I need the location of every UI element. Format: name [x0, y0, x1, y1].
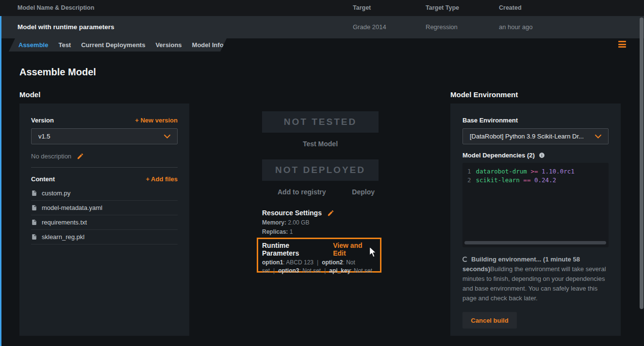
file-row[interactable]: requirements.txt: [31, 215, 178, 230]
param-separator: |: [317, 259, 318, 266]
runtime-param-option3: option3: Not set: [278, 267, 321, 274]
file-row[interactable]: custom.py: [31, 186, 178, 201]
tab-model-info[interactable]: Model Info: [192, 41, 224, 49]
chevron-down-icon: [595, 135, 601, 138]
environment-section-heading: Model Environment: [450, 90, 518, 99]
content-label: Content: [31, 175, 55, 183]
file-icon: [31, 219, 37, 225]
tab-test[interactable]: Test: [58, 41, 71, 49]
not-tested-badge: NOT TESTED: [262, 111, 379, 133]
model-row[interactable]: Model with runtime parameters Grade 2014…: [0, 16, 644, 38]
hamburger-menu-icon[interactable]: [618, 41, 626, 48]
model-target-value: Grade 2014: [353, 16, 386, 38]
replicas-line: Replicas: 1: [262, 228, 383, 235]
memory-value: 2.00 GB: [288, 219, 309, 226]
tab-assemble[interactable]: Assemble: [18, 41, 48, 49]
edit-resource-settings-icon[interactable]: [327, 209, 334, 217]
view-and-edit-link[interactable]: View and Edit: [333, 242, 376, 257]
column-target-type: Target Type: [426, 0, 459, 16]
memory-label: Memory:: [262, 219, 286, 226]
test-model-button[interactable]: Test Model: [262, 140, 379, 148]
spinner-icon: [462, 257, 468, 262]
param-separator: |: [273, 267, 275, 274]
new-version-button[interactable]: + New version: [135, 117, 178, 124]
file-icon: [31, 234, 37, 240]
version-select-value: v1.5: [38, 133, 50, 140]
chevron-down-icon: [164, 135, 170, 138]
replicas-label: Replicas:: [262, 228, 288, 235]
column-model-name: Model Name & Description: [17, 0, 94, 16]
tab-versions[interactable]: Versions: [155, 41, 182, 49]
file-row[interactable]: sklearn_reg.pkl: [31, 230, 178, 244]
no-description-text: No description: [31, 153, 71, 160]
base-environment-select[interactable]: [DataRobot] Python 3.9 Scikit-Learn Dr..…: [462, 128, 609, 144]
add-files-button[interactable]: + Add files: [146, 175, 178, 183]
model-created-value: an hour ago: [499, 16, 532, 38]
cancel-build-button[interactable]: Cancel build: [462, 312, 517, 329]
runtime-params-list: option1: ABCD 123|option2: Not set|optio…: [262, 259, 376, 275]
column-created: Created: [499, 0, 522, 16]
add-to-registry-button[interactable]: Add to registry: [278, 188, 326, 196]
tab-bar: AssembleTestCurrent DeploymentsVersionsM…: [9, 38, 227, 52]
environment-panel: Base Environment [DataRobot] Python 3.9 …: [450, 104, 621, 336]
not-deployed-badge: NOT DEPLOYED: [262, 159, 379, 181]
file-list: custom.pymodel-metadata.yamlrequirements…: [31, 186, 178, 244]
file-row[interactable]: model-metadata.yaml: [31, 201, 178, 215]
runtime-param-api_key: api_key: Not set: [329, 267, 372, 274]
model-dependencies-label: Model Dependencies (2): [462, 152, 535, 159]
code-horizontal-scrollbar[interactable]: [464, 241, 606, 244]
model-section-heading: Model: [19, 90, 40, 99]
file-name: sklearn_reg.pkl: [42, 233, 84, 241]
base-environment-label: Base Environment: [462, 117, 609, 124]
file-name: requirements.txt: [42, 219, 87, 226]
app-window: Model Name & Description Target Target T…: [0, 0, 644, 346]
version-select[interactable]: v1.5: [31, 128, 178, 144]
column-target: Target: [353, 0, 371, 16]
model-name: Model with runtime parameters: [17, 16, 115, 38]
base-environment-value: [DataRobot] Python 3.9 Scikit-Learn Dr..…: [470, 133, 584, 140]
code-line: 2scikit-learn == 0.24.2: [467, 176, 609, 185]
section-divider: [31, 167, 178, 168]
file-name: custom.py: [42, 190, 70, 197]
page-title: Assemble Model: [19, 67, 96, 78]
replicas-value: 1: [290, 228, 293, 235]
dependencies-code-editor[interactable]: 1datarobot-drum >= 1.10.0rc12scikit-lear…: [462, 163, 609, 247]
deploy-actions: Add to registry Deploy: [262, 188, 379, 196]
file-icon: [31, 190, 37, 196]
info-icon[interactable]: [539, 152, 545, 158]
param-separator: |: [324, 267, 326, 274]
selected-row-accent-bar: [0, 16, 1, 346]
table-header-row: Model Name & Description Target Target T…: [0, 0, 644, 16]
model-panel: Version + New version v1.5 No descriptio…: [19, 104, 189, 336]
file-name: model-metadata.yaml: [42, 204, 102, 211]
resource-settings: Resource Settings Memory: 2.00 GB Replic…: [262, 209, 383, 235]
runtime-parameters-highlight-box: Runtime Parameters View and Edit option1…: [257, 238, 381, 273]
version-label: Version: [31, 117, 54, 124]
deploy-button[interactable]: Deploy: [352, 188, 375, 196]
code-line: 1datarobot-drum >= 1.10.0rc1: [467, 167, 609, 176]
memory-line: Memory: 2.00 GB: [262, 219, 383, 226]
runtime-param-option1: option1: ABCD 123: [262, 259, 314, 266]
model-target-type-value: Regression: [426, 16, 458, 38]
edit-description-icon[interactable]: [77, 153, 84, 160]
runtime-parameters-heading: Runtime Parameters: [262, 242, 327, 257]
building-status: Building environment... (1 minute 58 sec…: [462, 255, 609, 303]
resource-settings-heading: Resource Settings: [262, 209, 322, 217]
code-lines: 1datarobot-drum >= 1.10.0rc12scikit-lear…: [467, 167, 609, 185]
file-icon: [31, 205, 37, 211]
vertical-scrollbar-thumb[interactable]: [640, 17, 644, 309]
tab-current-deployments[interactable]: Current Deployments: [81, 41, 145, 49]
